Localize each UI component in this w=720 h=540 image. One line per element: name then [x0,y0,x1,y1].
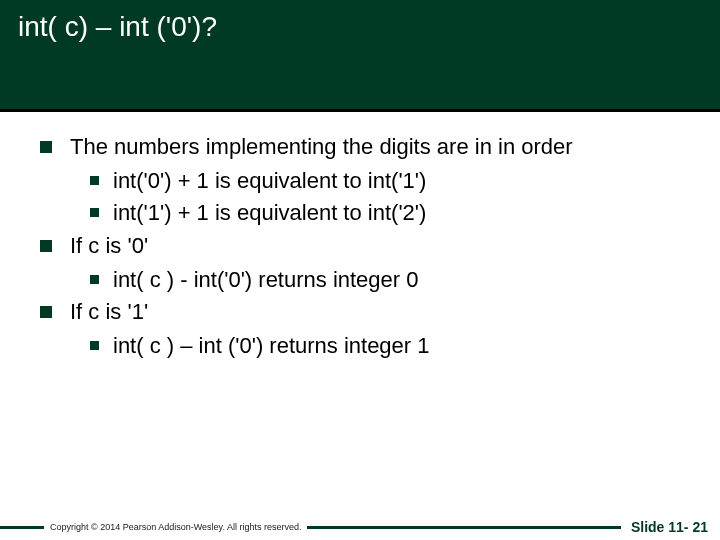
bullet-text: int( c ) – int ('0') returns integer 1 [113,331,690,361]
list-item: int('1') + 1 is equivalent to int('2') [90,198,690,228]
bullet-text: If c is '0' [70,231,690,261]
square-bullet-icon [40,306,52,318]
list-item: If c is '1' [40,297,690,327]
list-item: int( c ) – int ('0') returns integer 1 [90,331,690,361]
slide: int( c) – int ('0')? The numbers impleme… [0,0,720,540]
bullet-text: int( c ) - int('0') returns integer 0 [113,265,690,295]
bullet-text: If c is '1' [70,297,690,327]
square-bullet-icon [90,208,99,217]
copyright-text: Copyright © 2014 Pearson Addison-Wesley.… [50,522,301,532]
bullet-text: The numbers implementing the digits are … [70,132,690,162]
slide-body: The numbers implementing the digits are … [40,132,690,364]
list-item: int( c ) - int('0') returns integer 0 [90,265,690,295]
footer-rule-right [307,526,621,529]
bullet-text: int('0') + 1 is equivalent to int('1') [113,166,690,196]
list-item: int('0') + 1 is equivalent to int('1') [90,166,690,196]
title-bar: int( c) – int ('0')? [0,0,720,112]
list-item: The numbers implementing the digits are … [40,132,690,162]
square-bullet-icon [90,176,99,185]
footer-rule-left [0,526,44,529]
list-item: If c is '0' [40,231,690,261]
square-bullet-icon [40,240,52,252]
slide-number: Slide 11- 21 [621,519,720,535]
square-bullet-icon [40,141,52,153]
slide-title: int( c) – int ('0')? [0,0,720,43]
square-bullet-icon [90,275,99,284]
bullet-text: int('1') + 1 is equivalent to int('2') [113,198,690,228]
square-bullet-icon [90,341,99,350]
footer: Copyright © 2014 Pearson Addison-Wesley.… [0,514,720,540]
